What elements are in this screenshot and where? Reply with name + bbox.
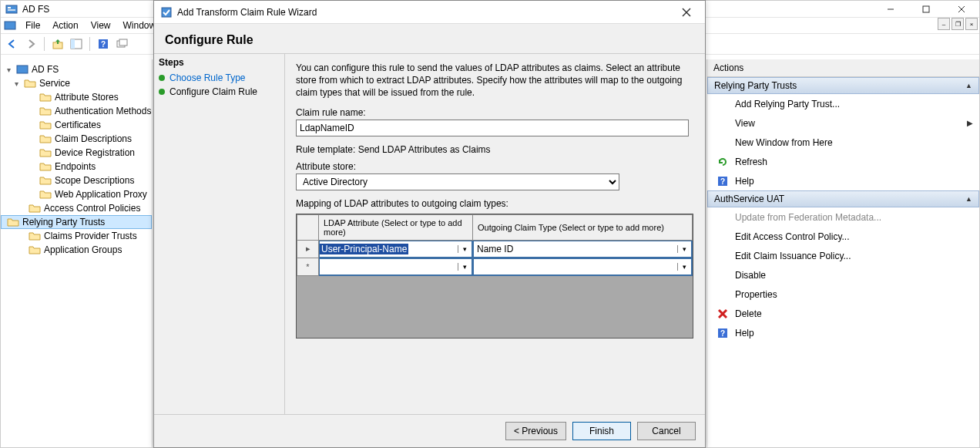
grid-cell-ldap[interactable]: User-Principal-Name ▾ bbox=[319, 240, 473, 258]
dropdown-icon[interactable]: ▾ bbox=[458, 263, 472, 271]
tree-item[interactable]: Device Registration bbox=[1, 146, 152, 160]
menu-file[interactable]: File bbox=[19, 19, 46, 32]
actions-section-title: AuthService UAT bbox=[714, 194, 784, 204]
action-delete[interactable]: Delete bbox=[707, 304, 979, 323]
action-update-federation-metadata: Update from Federation Metadata... bbox=[707, 207, 979, 227]
action-view[interactable]: View▶ bbox=[707, 113, 979, 133]
previous-button[interactable]: < Previous bbox=[505, 422, 566, 440]
mdi-restore[interactable]: ❐ bbox=[951, 18, 964, 30]
tree-item-label: Claim Descriptions bbox=[55, 133, 132, 144]
blank-icon bbox=[717, 250, 729, 262]
action-new-window[interactable]: New Window from Here bbox=[707, 133, 979, 152]
grid-col-ldap[interactable]: LDAP Attribute (Select or type to add mo… bbox=[319, 214, 473, 240]
grid-col-claim[interactable]: Outgoing Claim Type (Select or type to a… bbox=[473, 214, 693, 240]
maximize-button[interactable] bbox=[908, 1, 944, 18]
action-disable[interactable]: Disable bbox=[707, 265, 979, 285]
ldap-attribute-value[interactable]: User-Principal-Name bbox=[320, 244, 408, 254]
collapse-icon[interactable]: ▲ bbox=[965, 82, 972, 89]
grid-cell-claim-empty[interactable]: ▾ bbox=[473, 258, 693, 275]
mdi-close[interactable]: × bbox=[965, 18, 978, 30]
svg-rect-7 bbox=[5, 22, 15, 29]
tree-item-relying-party-trusts[interactable]: Relying Party Trusts bbox=[1, 215, 152, 229]
actions-section-authservice[interactable]: AuthService UAT ▲ bbox=[707, 190, 979, 207]
tree-root[interactable]: ▾ AD FS bbox=[1, 62, 152, 76]
tree-item-label: Certificates bbox=[55, 120, 101, 130]
tree-root-label: AD FS bbox=[32, 64, 59, 75]
minimize-button[interactable] bbox=[873, 1, 908, 18]
grid-cell-claim[interactable]: Name ID ▾ bbox=[473, 240, 693, 258]
action-label: Edit Claim Issuance Policy... bbox=[735, 251, 851, 261]
collapse-icon[interactable]: ▲ bbox=[965, 195, 972, 203]
chevron-down-icon[interactable]: ▾ bbox=[12, 79, 21, 88]
forward-button[interactable] bbox=[22, 35, 39, 52]
folder-icon bbox=[29, 244, 41, 256]
adfs-doc-icon bbox=[4, 19, 16, 32]
cancel-button[interactable]: Cancel bbox=[637, 422, 696, 440]
claim-type-value[interactable]: Name ID bbox=[477, 244, 513, 254]
action-label: Update from Federation Metadata... bbox=[735, 212, 881, 223]
folder-icon bbox=[39, 160, 52, 173]
tree-item[interactable]: Claim Descriptions bbox=[1, 132, 152, 146]
actions-section-title: Relying Party Trusts bbox=[714, 80, 797, 91]
dropdown-icon[interactable]: ▾ bbox=[677, 263, 691, 271]
tree-item[interactable]: Scope Descriptions bbox=[1, 173, 152, 187]
show-hide-tree-button[interactable] bbox=[68, 35, 85, 52]
help-button[interactable]: ? bbox=[95, 35, 112, 52]
dialog-footer: < Previous Finish Cancel bbox=[154, 415, 705, 447]
tree-item[interactable]: Web Application Proxy bbox=[1, 187, 152, 201]
grid-row[interactable]: ▸ User-Principal-Name ▾ Name ID ▾ bbox=[297, 240, 693, 258]
dialog-title: Add Transform Claim Rule Wizard bbox=[177, 7, 674, 18]
folder-icon bbox=[39, 119, 52, 131]
action-help-2[interactable]: ?Help bbox=[707, 323, 979, 342]
folder-icon bbox=[39, 91, 52, 103]
mdi-minimize[interactable]: – bbox=[938, 18, 950, 30]
action-help[interactable]: ?Help bbox=[707, 171, 979, 190]
step-configure-claim-rule[interactable]: Configure Claim Rule bbox=[159, 85, 280, 99]
up-button[interactable] bbox=[49, 35, 66, 52]
action-edit-access-control-policy[interactable]: Edit Access Control Policy... bbox=[707, 227, 979, 246]
tree-service[interactable]: ▾ Service bbox=[1, 76, 152, 90]
blank-icon bbox=[717, 269, 729, 281]
dialog-titlebar[interactable]: Add Transform Claim Rule Wizard bbox=[154, 1, 705, 24]
wizard-icon bbox=[160, 6, 173, 19]
toolbar-separator bbox=[44, 37, 45, 51]
folder-icon bbox=[29, 202, 41, 214]
help-icon: ? bbox=[717, 175, 729, 187]
dropdown-icon[interactable]: ▾ bbox=[677, 245, 691, 253]
grid-cell-ldap-empty[interactable]: ▾ bbox=[319, 258, 473, 275]
tree-pane: ▾ AD FS ▾ Service Attribute Stores Authe… bbox=[1, 59, 153, 447]
chevron-down-icon[interactable]: ▾ bbox=[4, 66, 13, 74]
close-button[interactable] bbox=[944, 1, 979, 18]
tree-item[interactable]: Endpoints bbox=[1, 160, 152, 173]
action-refresh[interactable]: Refresh bbox=[707, 152, 979, 171]
finish-button[interactable]: Finish bbox=[572, 422, 631, 440]
actions-section-relying-party[interactable]: Relying Party Trusts ▲ bbox=[707, 77, 979, 94]
dropdown-icon[interactable]: ▾ bbox=[458, 245, 472, 253]
mapping-label: Mapping of LDAP attributes to outgoing c… bbox=[296, 198, 694, 209]
action-add-relying-party-trust[interactable]: Add Relying Party Trust... bbox=[707, 94, 979, 113]
action-label: Disable bbox=[735, 270, 766, 281]
tree-item-label: Relying Party Trusts bbox=[22, 217, 105, 227]
tree-item[interactable]: Authentication Methods bbox=[1, 104, 152, 118]
tree-item[interactable]: Access Control Policies bbox=[1, 201, 152, 215]
back-button[interactable] bbox=[4, 35, 21, 52]
tree-item[interactable]: Application Groups bbox=[1, 243, 152, 257]
tree-item[interactable]: Certificates bbox=[1, 118, 152, 132]
new-window-button[interactable] bbox=[113, 35, 130, 52]
grid-row-new[interactable]: * ▾ ▾ bbox=[297, 258, 693, 275]
menu-action[interactable]: Action bbox=[46, 19, 84, 32]
tree-item-label: Authentication Methods bbox=[55, 106, 151, 116]
tree-item[interactable]: Claims Provider Trusts bbox=[1, 229, 152, 243]
menu-view[interactable]: View bbox=[85, 19, 117, 32]
step-label: Choose Rule Type bbox=[169, 72, 246, 83]
action-properties[interactable]: Properties bbox=[707, 285, 979, 304]
step-choose-rule-type[interactable]: Choose Rule Type bbox=[159, 71, 280, 85]
dialog-close-button[interactable] bbox=[674, 2, 699, 23]
tree-item[interactable]: Attribute Stores bbox=[1, 90, 152, 104]
action-edit-claim-issuance-policy[interactable]: Edit Claim Issuance Policy... bbox=[707, 246, 979, 265]
wizard-main-pane: You can configure this rule to send the … bbox=[285, 54, 705, 414]
blank-icon bbox=[717, 136, 729, 149]
rule-name-input[interactable] bbox=[296, 120, 689, 136]
actions-pane: Actions Relying Party Trusts ▲ Add Relyi… bbox=[706, 59, 979, 447]
attribute-store-select[interactable]: Active Directory bbox=[296, 173, 619, 190]
